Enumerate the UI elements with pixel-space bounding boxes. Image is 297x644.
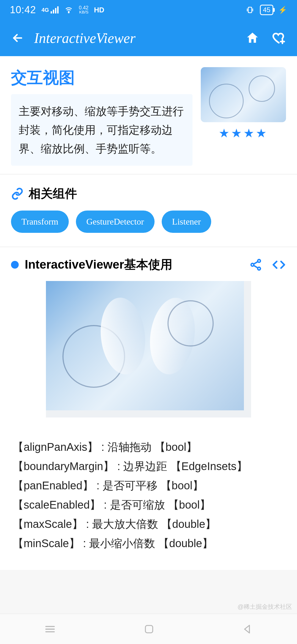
back-nav-icon[interactable] [242, 623, 253, 635]
prop-row: 【scaleEnabled】 : 是否可缩放 【bool】 [13, 496, 284, 514]
page-title: InteractiveViewer [34, 30, 136, 46]
back-icon[interactable] [11, 31, 24, 45]
svg-rect-1 [248, 7, 252, 13]
app-bar: InteractiveViewer [0, 20, 297, 56]
charging-icon: ⚡ [278, 6, 287, 14]
summary-section: 交互视图 主要对移动、缩放等手势交互进行封装，简化使用，可指定移动边界、缩放比例… [0, 56, 297, 174]
code-icon[interactable] [272, 258, 286, 271]
battery-indicator: 45 [260, 5, 273, 15]
properties-list: 【alignPanAxis】 : 沿轴拖动 【bool】 【boundaryMa… [0, 429, 297, 570]
svg-point-0 [68, 12, 69, 13]
chip-listener[interactable]: Listener [162, 211, 211, 233]
favorite-add-icon[interactable] [272, 31, 286, 45]
signal-icon [51, 6, 59, 13]
network-mode: 4G [42, 7, 49, 13]
prop-row: 【panEnabled】 : 是否可平移 【bool】 [13, 476, 284, 495]
chip-transform[interactable]: Transform [11, 211, 69, 233]
net-speed: 0.42 KB/S [79, 6, 89, 14]
home-icon[interactable] [245, 31, 260, 45]
share-icon[interactable] [249, 258, 262, 271]
link-icon [11, 187, 24, 200]
wifi-icon [64, 6, 73, 14]
vibrate-icon [245, 6, 255, 14]
bullet-icon [11, 261, 19, 269]
recent-apps-icon[interactable] [44, 623, 56, 635]
prop-row: 【minScale】 : 最小缩小倍数 【double】 [13, 534, 284, 552]
prop-row: 【alignPanAxis】 : 沿轴拖动 【bool】 [13, 438, 284, 456]
watermark: @稀土掘金技术社区 [238, 603, 292, 611]
related-section: 相关组件 Transform GestureDetector Listener [0, 174, 297, 247]
description-card: 主要对移动、缩放等手势交互进行封装，简化使用，可指定移动边界、缩放比例、手势监听… [11, 94, 193, 166]
status-bar: 10:42 4G 0.42 KB/S HD 45 ⚡ [0, 0, 297, 20]
example-image-frame [46, 281, 251, 417]
example-image[interactable] [46, 281, 244, 410]
svg-point-2 [258, 260, 260, 262]
svg-point-3 [251, 263, 254, 266]
chip-gesturedetector[interactable]: GestureDetector [76, 211, 155, 233]
thumbnail-image[interactable] [201, 67, 286, 122]
status-time: 10:42 [10, 4, 36, 16]
hero-title: 交互视图 [11, 67, 193, 89]
system-nav-bar [0, 614, 297, 644]
example-section: InteractiveViewer基本使用 【alignPanAxis】 : 沿… [0, 247, 297, 570]
home-nav-icon[interactable] [144, 624, 155, 635]
example-title: InteractiveViewer基本使用 [25, 256, 172, 273]
svg-point-4 [258, 267, 260, 270]
prop-row: 【maxScale】 : 最大放大倍数 【double】 [13, 515, 284, 533]
rating-stars: ★★★★ [219, 126, 268, 140]
hd-indicator: HD [94, 6, 105, 14]
related-heading: 相关组件 [29, 185, 77, 202]
prop-row: 【boundaryMargin】 : 边界边距 【EdgeInsets】 [13, 457, 284, 475]
svg-rect-5 [145, 625, 153, 633]
